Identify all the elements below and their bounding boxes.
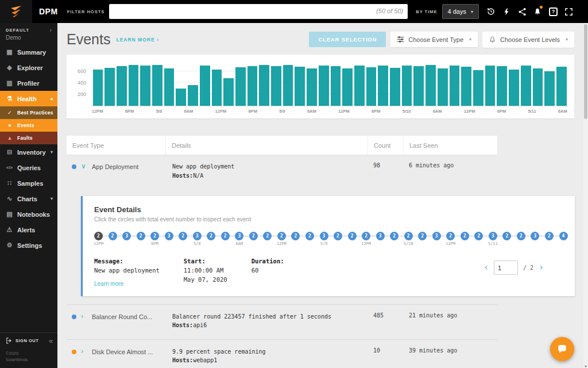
- timeline-point[interactable]: 212PM: [362, 232, 370, 240]
- timeline-point[interactable]: 35/9: [320, 232, 328, 240]
- timeline-point[interactable]: 4: [559, 232, 568, 240]
- time-range-dropdown[interactable]: 4 days ▾: [442, 4, 479, 19]
- column-header-details[interactable]: Details: [165, 136, 368, 155]
- event-type-name[interactable]: App Deployment: [92, 162, 138, 171]
- host-filter-input[interactable]: [109, 4, 408, 19]
- event-count-circle[interactable]: 3: [193, 232, 202, 240]
- timeline-point[interactable]: 212PM: [277, 232, 286, 240]
- collapse-sidebar-icon[interactable]: «: [49, 337, 53, 345]
- chart-bar[interactable]: [295, 67, 305, 106]
- event-type-name[interactable]: Balancer Round Co...: [92, 312, 152, 321]
- event-count-circle[interactable]: 2: [291, 232, 300, 240]
- chart-bar[interactable]: [354, 66, 365, 106]
- chart-bar[interactable]: [283, 65, 293, 106]
- chart-bar[interactable]: [152, 65, 163, 106]
- timeline-point[interactable]: 212PM: [94, 232, 103, 240]
- timeline-point[interactable]: 2: [249, 232, 258, 240]
- chart-bar[interactable]: [497, 66, 507, 106]
- event-count-circle[interactable]: 2: [277, 232, 286, 240]
- event-count-circle[interactable]: 2: [150, 232, 159, 240]
- expand-chevron-icon[interactable]: ›: [81, 347, 87, 355]
- chart-bar[interactable]: [485, 66, 496, 106]
- chart-bar[interactable]: [271, 66, 281, 106]
- event-count-circle[interactable]: 2: [390, 232, 399, 240]
- chart-bar[interactable]: [378, 66, 388, 106]
- event-count-circle[interactable]: 3: [122, 232, 131, 240]
- sidebar-item-explorer[interactable]: ◈Explorer: [0, 60, 57, 75]
- event-count-circle[interactable]: 2: [517, 232, 525, 240]
- timeline-point[interactable]: 36AM: [235, 232, 243, 240]
- history-icon[interactable]: [483, 3, 499, 20]
- event-count-circle[interactable]: 2: [305, 232, 314, 240]
- event-count-circle[interactable]: 2: [221, 232, 230, 240]
- timeline-point[interactable]: 212PM: [446, 232, 455, 240]
- chart-bar[interactable]: [259, 65, 269, 106]
- timeline-point[interactable]: 35/11: [489, 232, 497, 240]
- event-count-circle[interactable]: 2: [418, 232, 427, 240]
- event-count-circle[interactable]: 3: [165, 232, 173, 240]
- chart-bar[interactable]: [319, 66, 329, 106]
- event-count-circle[interactable]: 2: [474, 232, 483, 240]
- sidebar-item-charts[interactable]: ∿Charts▾: [0, 191, 57, 206]
- event-count-circle[interactable]: 2: [249, 232, 258, 240]
- sidebar-item-events[interactable]: ●Events: [0, 119, 57, 132]
- sidebar-item-profiler[interactable]: ▥Profiler: [0, 75, 57, 91]
- timeline-point[interactable]: 2: [221, 232, 230, 240]
- clear-selection-button[interactable]: CLEAR SELECTION: [309, 32, 386, 47]
- timeline-point[interactable]: 3: [531, 232, 539, 240]
- event-count-circle[interactable]: 2: [502, 232, 511, 240]
- chart-bar[interactable]: [212, 70, 222, 106]
- chart-bar[interactable]: [129, 65, 139, 106]
- collapse-chevron-icon[interactable]: ∨: [81, 162, 87, 170]
- event-count-circle[interactable]: 2: [137, 232, 145, 240]
- chart-bar[interactable]: [450, 66, 460, 106]
- timeline-point[interactable]: 2: [334, 232, 342, 240]
- chart-bar[interactable]: [117, 66, 127, 106]
- chart-bar[interactable]: [307, 68, 317, 106]
- event-count-circle[interactable]: 2: [109, 232, 117, 240]
- chart-bar[interactable]: [105, 68, 115, 106]
- sidebar-item-notebooks[interactable]: ▤Notebooks: [0, 206, 57, 222]
- chart-bar[interactable]: [556, 67, 567, 106]
- chart-bar[interactable]: [544, 71, 555, 106]
- chart-bar[interactable]: [331, 66, 341, 106]
- timeline-point[interactable]: 3: [165, 232, 173, 240]
- timeline-point[interactable]: 2: [263, 232, 272, 240]
- event-count-circle[interactable]: 3: [320, 232, 328, 240]
- chart-bar[interactable]: [93, 70, 103, 106]
- chart-bar[interactable]: [402, 66, 412, 106]
- chart-bar[interactable]: [473, 70, 483, 106]
- timeline-point[interactable]: 2: [390, 232, 399, 240]
- chart-bar[interactable]: [164, 68, 175, 106]
- event-count-circle[interactable]: 2: [263, 232, 272, 240]
- timeline-point[interactable]: 26PM: [150, 232, 159, 240]
- sign-out-button[interactable]: SIGN OUT: [6, 338, 38, 344]
- chart-bar[interactable]: [425, 65, 436, 106]
- page-prev-icon[interactable]: ‹: [483, 263, 489, 272]
- notifications-icon[interactable]: [530, 3, 546, 20]
- event-count-circle[interactable]: 2: [404, 232, 413, 240]
- chart-bar[interactable]: [366, 67, 377, 106]
- event-count-circle[interactable]: 2: [362, 232, 370, 240]
- help-icon[interactable]: ?: [546, 3, 561, 20]
- choose-event-levels-dropdown[interactable]: Choose Event Levels ▾: [482, 32, 574, 48]
- timeline-point[interactable]: 3: [122, 232, 131, 240]
- chart-bar[interactable]: [461, 67, 471, 106]
- learn-more-link[interactable]: LEARN MORE ›: [116, 37, 158, 43]
- chart-bar[interactable]: [235, 67, 246, 106]
- sidebar-item-inventory[interactable]: ⊟Inventory▾: [0, 144, 57, 160]
- solarwinds-logo[interactable]: [0, 0, 32, 23]
- event-count-circle[interactable]: 2: [348, 232, 357, 240]
- chart-bar[interactable]: [188, 85, 198, 106]
- chart-bar[interactable]: [390, 68, 400, 106]
- chart-bar[interactable]: [342, 68, 353, 106]
- vertical-scrollbar[interactable]: ▾: [583, 23, 588, 368]
- timeline-point[interactable]: 2: [418, 232, 427, 240]
- chart-bar[interactable]: [200, 66, 210, 106]
- sidebar-item-best-practices[interactable]: ✓Best Practices: [0, 106, 57, 119]
- scrollbar-down-arrow[interactable]: ▾: [583, 364, 588, 368]
- choose-event-type-dropdown[interactable]: Choose Event Type ▾: [390, 32, 478, 47]
- page-next-icon[interactable]: ›: [539, 263, 544, 272]
- chart-bar[interactable]: [247, 66, 258, 106]
- chart-bar[interactable]: [413, 66, 424, 106]
